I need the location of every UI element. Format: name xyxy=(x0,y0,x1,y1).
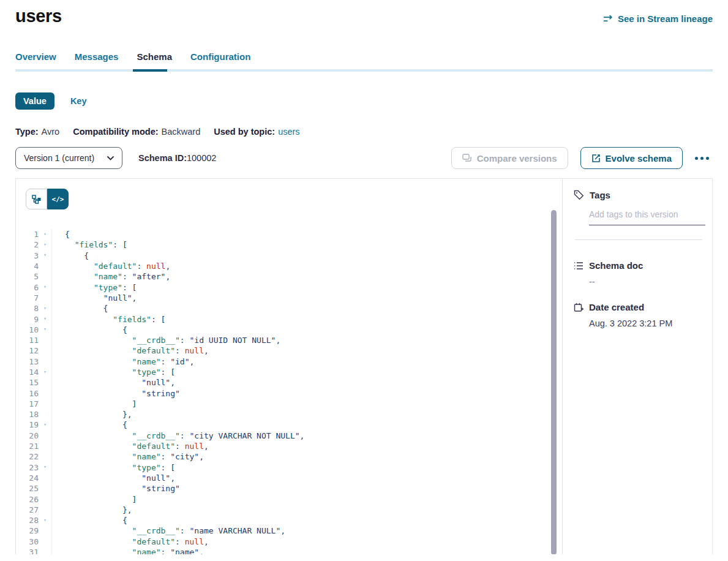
fold-toggle-icon[interactable]: ▾ xyxy=(39,231,51,237)
version-select[interactable]: Version 1 (current) xyxy=(15,147,122,169)
see-in-stream-lineage-link[interactable]: See in Stream lineage xyxy=(603,13,713,24)
code-text: "string" xyxy=(51,388,562,398)
code-view-icon: </> xyxy=(52,195,64,203)
tab-schema[interactable]: Schema xyxy=(137,51,172,69)
fold-toggle-icon[interactable]: ▾ xyxy=(39,315,51,322)
tags-section-header: Tags xyxy=(574,190,712,200)
code-line: 30 "default": null, xyxy=(16,537,562,547)
calendar-icon xyxy=(574,303,584,312)
stream-lineage-label: See in Stream lineage xyxy=(618,13,713,24)
key-toggle-button[interactable]: Key xyxy=(70,96,87,106)
schema-doc-section: Schema doc -- xyxy=(574,260,712,287)
used-by-topic-label: Used by topic: xyxy=(214,127,275,137)
code-text: "fields": [ xyxy=(51,239,562,250)
line-number: 12 xyxy=(16,346,39,355)
code-text: "name": "after", xyxy=(51,271,562,282)
code-line: 6▾ "type": [ xyxy=(16,282,562,292)
schema-page: users See in Stream lineage Overview Mes… xyxy=(0,0,728,554)
code-line: 25 "string" xyxy=(16,483,562,494)
fold-toggle-icon[interactable]: ▾ xyxy=(39,284,51,290)
line-number: 16 xyxy=(16,389,39,398)
code-text: "default": null, xyxy=(51,345,562,356)
fold-toggle-icon[interactable]: ▾ xyxy=(39,326,51,332)
code-line: 12 "default": null, xyxy=(16,345,562,356)
tab-bar: Overview Messages Schema Configuration xyxy=(15,51,713,69)
schema-id-label: Schema ID: xyxy=(138,153,187,163)
page-title: users xyxy=(15,5,62,27)
line-number: 22 xyxy=(16,452,39,461)
list-icon xyxy=(574,262,584,270)
code-line: 23▾ "type": [ xyxy=(16,462,562,473)
date-created-value: Aug. 3 2022 3:21 PM xyxy=(589,318,712,328)
used-by-topic-meta: Used by topic:users xyxy=(214,127,299,137)
line-number: 23 xyxy=(16,463,39,472)
code-view-button[interactable]: </> xyxy=(47,189,69,209)
fold-toggle-icon[interactable]: ▾ xyxy=(39,369,51,375)
line-number: 25 xyxy=(16,484,39,493)
vertical-scrollbar[interactable] xyxy=(551,210,557,554)
fold-toggle-icon[interactable]: ▾ xyxy=(39,241,51,247)
fold-toggle-icon[interactable]: ▾ xyxy=(39,421,51,427)
tab-messages[interactable]: Messages xyxy=(75,51,119,69)
code-text: }, xyxy=(51,409,562,420)
line-number: 19 xyxy=(16,420,39,429)
code-line: 20 "__crdb__": "city VARCHAR NOT NULL", xyxy=(16,431,562,441)
code-text: "type": [ xyxy=(51,462,562,473)
evolve-schema-button[interactable]: Evolve schema xyxy=(580,147,683,169)
schema-doc-value: -- xyxy=(589,277,712,287)
edit-icon xyxy=(591,154,601,163)
code-text: "__crdb__": "city VARCHAR NOT NULL", xyxy=(51,431,562,441)
tab-overview[interactable]: Overview xyxy=(15,51,56,69)
more-options-icon xyxy=(706,157,709,160)
value-toggle-button[interactable]: Value xyxy=(15,92,54,110)
add-tags-input[interactable] xyxy=(589,209,705,225)
code-line: 8▾ { xyxy=(16,303,562,314)
code-text: "type": [ xyxy=(51,367,562,377)
code-text: "default": null, xyxy=(51,537,562,547)
line-number: 28 xyxy=(16,516,39,525)
code-view-toolbar: </> xyxy=(16,179,562,219)
line-number: 17 xyxy=(16,399,39,409)
code-text: "type": [ xyxy=(51,282,562,292)
schema-code-pane: </> 1▾{2▾ "fields": [3▾ {4 "default": nu… xyxy=(16,179,563,554)
used-by-topic-link[interactable]: users xyxy=(278,127,299,137)
code-text: { xyxy=(51,229,562,239)
date-created-title: Date created xyxy=(589,302,644,312)
fold-toggle-icon[interactable]: ▾ xyxy=(39,517,51,523)
line-number: 15 xyxy=(16,378,39,387)
line-number: 30 xyxy=(16,537,39,546)
chevron-down-icon xyxy=(107,156,114,160)
code-line: 19▾ { xyxy=(16,420,562,430)
tree-view-button[interactable] xyxy=(26,189,47,209)
date-created-section: Date created Aug. 3 2022 3:21 PM xyxy=(574,302,712,328)
code-line: 29 "__crdb__": "name VARCHAR NULL", xyxy=(16,525,562,536)
fold-toggle-icon[interactable]: ▾ xyxy=(39,305,51,311)
more-options-button[interactable] xyxy=(691,153,713,164)
fold-toggle-icon[interactable]: ▾ xyxy=(39,252,51,258)
compare-versions-button[interactable]: Compare versions xyxy=(451,147,568,169)
stream-lineage-icon xyxy=(603,15,614,23)
code-line: 7 "null", xyxy=(16,293,562,303)
fold-toggle-icon[interactable]: ▾ xyxy=(39,464,51,470)
tab-active-indicator xyxy=(133,69,167,72)
code-text: { xyxy=(51,303,562,314)
line-number: 1 xyxy=(16,230,39,239)
code-text: { xyxy=(51,325,562,335)
code-text: "__crdb__": "id UUID NOT NULL", xyxy=(51,335,562,345)
tab-configuration[interactable]: Configuration xyxy=(190,51,250,69)
line-number: 9 xyxy=(16,315,39,324)
value-key-toggle: Value Key xyxy=(15,92,713,110)
line-number: 20 xyxy=(16,431,39,440)
line-number: 31 xyxy=(16,548,39,554)
code-line: 22 "name": "city", xyxy=(16,451,562,462)
more-options-icon xyxy=(700,157,704,160)
more-options-icon xyxy=(695,157,698,160)
code-line: 28▾ { xyxy=(16,515,562,525)
version-toolbar: Version 1 (current) Schema ID:100002 Com… xyxy=(15,147,713,169)
line-number: 7 xyxy=(16,293,39,303)
details-sidebar: Tags Schema doc -- xyxy=(563,179,712,554)
page-header: users See in Stream lineage xyxy=(15,0,713,27)
code-text: }, xyxy=(51,505,562,515)
evolve-schema-label: Evolve schema xyxy=(606,153,672,164)
code-text: "null", xyxy=(51,377,562,388)
